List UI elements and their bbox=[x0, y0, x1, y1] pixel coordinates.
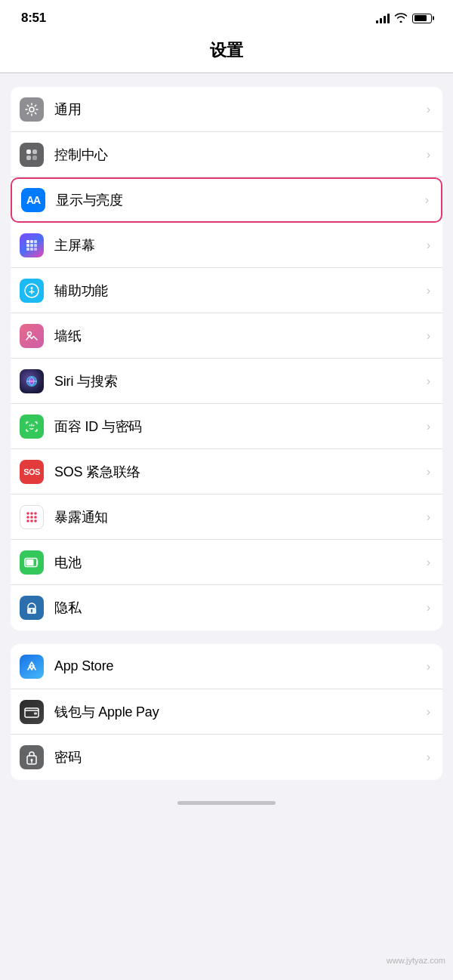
settings-section-1: 通用 › 控制中心 › AA 显示与亮度 › bbox=[11, 87, 442, 630]
accessibility-label: 辅助功能 bbox=[54, 282, 427, 300]
appstore-label: App Store bbox=[54, 658, 427, 674]
settings-item-battery[interactable]: 电池 › bbox=[11, 540, 442, 585]
svg-rect-7 bbox=[34, 240, 37, 243]
chevron-icon: › bbox=[427, 510, 430, 524]
svg-point-26 bbox=[30, 516, 33, 519]
battery-icon bbox=[412, 14, 432, 23]
settings-item-wallet[interactable]: 钱包与 Apple Pay › bbox=[11, 689, 442, 735]
svg-point-29 bbox=[30, 519, 33, 522]
sos-label: SOS 紧急联络 bbox=[54, 463, 427, 481]
password-label: 密码 bbox=[54, 748, 427, 766]
home-bar-line bbox=[177, 801, 276, 805]
svg-point-24 bbox=[34, 512, 37, 515]
svg-rect-6 bbox=[30, 240, 33, 243]
faceid-icon bbox=[20, 414, 44, 439]
siri-label: Siri 与搜索 bbox=[54, 372, 427, 390]
svg-rect-32 bbox=[26, 559, 34, 566]
wallpaper-label: 墙纸 bbox=[54, 327, 427, 345]
settings-item-sos[interactable]: SOS SOS 紧急联络 › bbox=[11, 449, 442, 495]
svg-point-20 bbox=[29, 424, 31, 426]
svg-point-16 bbox=[28, 331, 32, 335]
settings-section-2: App Store › 钱包与 Apple Pay › 密码 › bbox=[11, 644, 442, 780]
settings-item-control-center[interactable]: 控制中心 › bbox=[11, 132, 442, 177]
wallet-icon bbox=[20, 700, 44, 724]
chevron-icon: › bbox=[427, 465, 430, 479]
battery-settings-icon bbox=[20, 550, 44, 575]
svg-rect-5 bbox=[26, 240, 29, 243]
settings-item-wallpaper[interactable]: 墙纸 › bbox=[11, 313, 442, 359]
page-header: 设置 bbox=[0, 32, 453, 73]
wallet-label: 钱包与 Apple Pay bbox=[54, 703, 427, 721]
home-bar bbox=[0, 794, 453, 809]
chevron-icon: › bbox=[427, 601, 430, 615]
settings-item-faceid[interactable]: 面容 ID 与密码 › bbox=[11, 404, 442, 449]
status-bar: 8:51 bbox=[0, 0, 453, 32]
svg-point-22 bbox=[26, 512, 29, 515]
chevron-icon: › bbox=[427, 103, 430, 116]
wallpaper-icon bbox=[20, 324, 44, 348]
home-screen-label: 主屏幕 bbox=[54, 236, 427, 254]
svg-point-0 bbox=[29, 107, 34, 112]
page-title: 设置 bbox=[15, 39, 438, 62]
chevron-icon: › bbox=[427, 329, 430, 343]
svg-rect-1 bbox=[26, 149, 31, 154]
chevron-icon: › bbox=[427, 148, 430, 162]
svg-point-34 bbox=[31, 609, 32, 611]
settings-item-exposure[interactable]: 暴露通知 › bbox=[11, 495, 442, 540]
svg-rect-4 bbox=[32, 156, 37, 160]
chevron-icon: › bbox=[427, 420, 430, 433]
faceid-label: 面容 ID 与密码 bbox=[54, 418, 427, 436]
settings-item-privacy[interactable]: 隐私 › bbox=[11, 585, 442, 630]
status-time: 8:51 bbox=[21, 11, 46, 26]
privacy-icon bbox=[20, 596, 44, 620]
settings-item-appstore[interactable]: App Store › bbox=[11, 644, 442, 689]
settings-item-accessibility[interactable]: 辅助功能 › bbox=[11, 268, 442, 313]
general-label: 通用 bbox=[54, 100, 427, 119]
settings-item-siri[interactable]: Siri 与搜索 › bbox=[11, 359, 442, 404]
accessibility-icon bbox=[20, 279, 44, 303]
chevron-icon: › bbox=[427, 705, 430, 719]
settings-item-home-screen[interactable]: 主屏幕 › bbox=[11, 223, 442, 268]
chevron-icon: › bbox=[427, 284, 430, 297]
svg-rect-9 bbox=[30, 244, 33, 247]
svg-rect-8 bbox=[26, 244, 29, 247]
chevron-icon: › bbox=[427, 556, 430, 569]
chevron-icon: › bbox=[425, 193, 429, 207]
exposure-icon bbox=[20, 505, 44, 529]
home-screen-icon bbox=[20, 233, 44, 257]
chevron-icon: › bbox=[427, 750, 430, 764]
svg-rect-3 bbox=[26, 156, 31, 160]
settings-item-display[interactable]: AA 显示与亮度 › bbox=[11, 177, 442, 223]
svg-rect-12 bbox=[30, 248, 33, 251]
sos-icon: SOS bbox=[20, 460, 44, 484]
chevron-icon: › bbox=[427, 239, 430, 252]
svg-rect-11 bbox=[26, 248, 29, 251]
signal-bars-icon bbox=[376, 13, 390, 23]
exposure-label: 暴露通知 bbox=[54, 508, 427, 526]
settings-item-general[interactable]: 通用 › bbox=[11, 87, 442, 132]
control-center-label: 控制中心 bbox=[54, 146, 427, 164]
status-icons bbox=[376, 12, 432, 25]
control-center-icon bbox=[20, 143, 44, 167]
svg-rect-13 bbox=[34, 248, 37, 251]
settings-item-password[interactable]: 密码 › bbox=[11, 735, 442, 780]
password-icon bbox=[20, 745, 44, 769]
watermark: www.jytyaz.com bbox=[387, 956, 445, 965]
svg-point-21 bbox=[33, 424, 35, 426]
svg-point-28 bbox=[26, 519, 29, 522]
svg-rect-10 bbox=[34, 244, 37, 247]
general-icon bbox=[20, 97, 44, 122]
battery-label: 电池 bbox=[54, 553, 427, 572]
svg-point-27 bbox=[34, 516, 37, 519]
svg-point-25 bbox=[26, 516, 29, 519]
chevron-icon: › bbox=[427, 660, 430, 673]
wifi-icon bbox=[394, 12, 408, 25]
svg-rect-2 bbox=[32, 149, 37, 154]
svg-point-15 bbox=[31, 287, 33, 289]
svg-point-23 bbox=[30, 512, 33, 515]
privacy-label: 隐私 bbox=[54, 599, 427, 617]
svg-rect-36 bbox=[34, 712, 37, 714]
chevron-icon: › bbox=[427, 374, 430, 388]
appstore-icon bbox=[20, 655, 44, 679]
display-label: 显示与亮度 bbox=[56, 191, 425, 209]
